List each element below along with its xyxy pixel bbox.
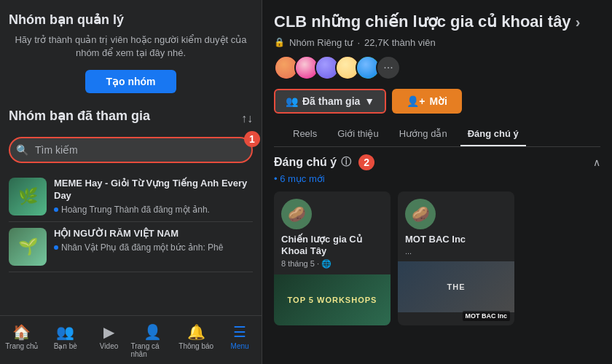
group-item-meme[interactable]: 🌿 MEME Hay - Giỏi Từ Vựng Tiếng Anh Ever…: [9, 172, 253, 222]
tab-notable[interactable]: Đáng chú ý: [460, 122, 526, 146]
lock-icon: 🔒: [274, 37, 285, 47]
group-name-hoi: HỘI NGƯỜI RĂM VIỆT NAM: [54, 228, 253, 240]
group-header: CLB những chiến lược gia củ khoai tây › …: [262, 0, 612, 154]
card-1-meta: 8 tháng 5 · 🌐: [274, 259, 391, 269]
tab-reels[interactable]: Reels: [286, 122, 324, 146]
tabs-row: Reels Giới thiệu Hướng dẫn Đáng chú ý: [274, 122, 600, 147]
new-items-text: 6 mục mới: [274, 173, 600, 184]
group-name-meme: MEME Hay - Giỏi Từ Vựng Tiếng Anh Every …: [54, 178, 253, 202]
nav-friends-label: Bạn bè: [54, 342, 77, 350]
group-info-meme: MEME Hay - Giỏi Từ Vựng Tiếng Anh Every …: [54, 178, 253, 215]
group-header-title: CLB những chiến lược gia củ khoai tây ›: [274, 12, 600, 33]
action-buttons: 👥 Đã tham gia ▼ 👤+ Mời: [274, 89, 600, 114]
activity-dot-2: [54, 245, 58, 250]
collapse-icon[interactable]: ∧: [593, 157, 600, 168]
bell-icon: 🔔: [187, 323, 205, 341]
activity-dot: [54, 207, 58, 212]
menu-icon: ☰: [233, 323, 246, 341]
card-1[interactable]: 🥔 Chiến lược gia Củ Khoai Tây 8 tháng 5 …: [274, 191, 391, 326]
group-info-hoi: HỘI NGƯỜI RĂM VIỆT NAM Nhân Vật Phụ đã đ…: [54, 228, 253, 253]
bottom-nav: 🏠 Trang chủ 👥 Bạn bè ▶ Video 👤 Trang cá …: [0, 315, 262, 364]
left-content: Nhóm bạn quản lý Hãy trở thành quản trị …: [0, 0, 262, 315]
badge-2: 2: [358, 154, 374, 170]
card-2-meta: ...: [398, 247, 514, 256]
joined-section-row: Nhóm bạn đã tham gia ↑↓: [9, 108, 253, 130]
group-emoji-meme: 🌿: [18, 187, 38, 206]
add-person-icon: 👤+: [407, 95, 425, 107]
group-title-chevron[interactable]: ›: [576, 14, 581, 30]
right-panel: CLB những chiến lược gia củ khoai tây › …: [262, 0, 612, 364]
dropdown-icon: ▼: [364, 95, 374, 107]
card-2-image: THE: [398, 261, 514, 312]
card-2-avatar: 🥔: [405, 199, 436, 229]
badge-1: 1: [244, 131, 260, 147]
mot-bac-overlay: MOT BAC Inc: [463, 311, 511, 321]
create-group-button[interactable]: Tạo nhóm: [85, 70, 176, 93]
nav-video[interactable]: ▶ Video: [87, 320, 131, 361]
privacy-text: Nhóm Riêng tư: [289, 37, 353, 48]
tab-about[interactable]: Giới thiệu: [330, 122, 385, 146]
notable-header: Đáng chú ý ⓘ 2 ∧: [274, 154, 600, 170]
joined-label: Đã tham gia: [302, 95, 360, 107]
nav-menu-label: Menu: [231, 342, 249, 350]
card-2[interactable]: 🥔 MOT BAC Inc ... THE MOT BAC Inc: [398, 191, 514, 326]
avatar-more: ···: [376, 55, 401, 80]
home-icon: 🏠: [12, 323, 31, 341]
cards-row: 🥔 Chiến lược gia Củ Khoai Tây 8 tháng 5 …: [274, 191, 600, 326]
nav-notifications[interactable]: 🔔 Thông báo: [174, 320, 218, 361]
manage-desc: Hãy trở thành quản trị viên hoặc người k…: [9, 33, 253, 60]
card-2-image-text: THE: [447, 282, 466, 291]
notable-title-text: Đáng chú ý: [274, 156, 337, 169]
meta-separator: ·: [357, 37, 360, 48]
search-box: 🔍 1: [9, 137, 253, 163]
card-1-image-text: TOP 5 WORKSHOPS: [288, 296, 377, 304]
profile-icon: 👤: [144, 323, 162, 341]
nav-profile-label: Trang cá nhân: [130, 342, 174, 358]
group-emoji-hoi: 🌱: [18, 237, 38, 256]
joined-title: Nhóm bạn đã tham gia: [9, 108, 150, 124]
people-icon: 👥: [286, 95, 298, 107]
notable-title: Đáng chú ý ⓘ 2: [274, 154, 374, 170]
search-input[interactable]: [9, 137, 253, 163]
sort-icon[interactable]: ↑↓: [241, 112, 253, 125]
card-1-avatar: 🥔: [281, 199, 312, 229]
search-icon: 🔍: [16, 144, 28, 156]
nav-home[interactable]: 🏠 Trang chủ: [0, 320, 44, 361]
group-thumb-hoi: 🌱: [9, 228, 47, 266]
nav-friends[interactable]: 👥 Bạn bè: [44, 320, 87, 361]
nav-home-label: Trang chủ: [5, 342, 38, 350]
card-2-title: MOT BAC Inc: [398, 234, 514, 246]
group-item-hoi[interactable]: 🌱 HỘI NGƯỜI RĂM VIỆT NAM Nhân Vật Phụ đã…: [9, 222, 253, 272]
nav-video-label: Video: [100, 342, 118, 350]
group-title-text: CLB những chiến lược gia củ khoai tây: [274, 12, 571, 31]
manage-title: Nhóm bạn quản lý: [9, 12, 253, 28]
video-icon: ▶: [103, 323, 114, 341]
member-avatars: ···: [274, 55, 600, 80]
friends-icon: 👥: [56, 323, 74, 341]
card-1-title: Chiến lược gia Củ Khoai Tây: [274, 234, 391, 258]
group-sub-hoi: Nhân Vật Phụ đã đăng một bức ảnh: Phê: [54, 242, 253, 253]
nav-notifications-label: Thông báo: [178, 342, 213, 350]
invite-button[interactable]: 👤+ Mời: [392, 89, 462, 114]
card-1-image: TOP 5 WORKSHOPS: [274, 274, 391, 325]
notable-section: Đáng chú ý ⓘ 2 ∧ 6 mục mới 🥔 Chiến lược …: [262, 154, 612, 364]
nav-menu[interactable]: ☰ Menu: [218, 320, 262, 361]
info-icon[interactable]: ⓘ: [341, 156, 351, 169]
group-thumb-meme: 🌿: [9, 178, 47, 215]
nav-profile[interactable]: 👤 Trang cá nhân: [130, 320, 174, 361]
tab-guide[interactable]: Hướng dẫn: [392, 122, 455, 146]
left-panel: Nhóm bạn quản lý Hãy trở thành quản trị …: [0, 0, 262, 364]
group-sub-meme: Hoàng Trung Thành đã đăng một ảnh.: [54, 205, 253, 215]
invite-label: Mời: [429, 95, 447, 107]
group-meta: 🔒 Nhóm Riêng tư · 22,7K thành viên: [274, 37, 600, 48]
joined-button[interactable]: 👥 Đã tham gia ▼: [274, 89, 386, 114]
members-text: 22,7K thành viên: [364, 37, 436, 48]
